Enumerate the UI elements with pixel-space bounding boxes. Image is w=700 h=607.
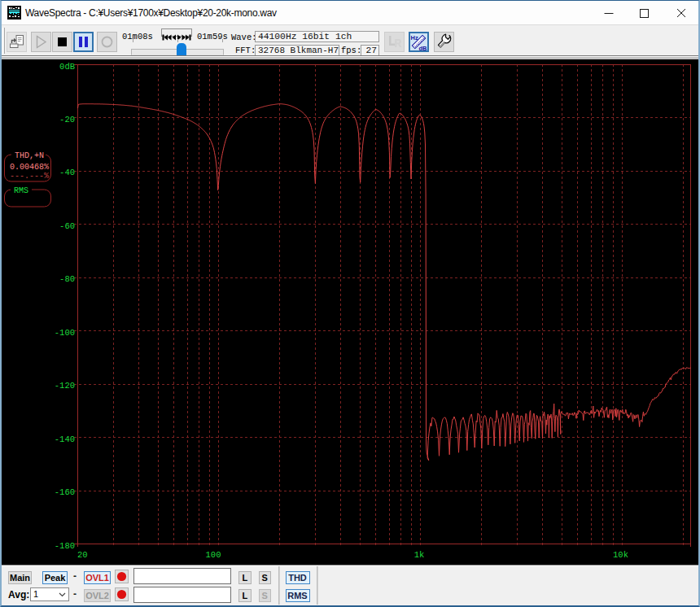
svg-text:0dB: 0dB [59,62,75,72]
svg-text:---.---%: ---.---% [10,172,49,181]
svg-text:-60: -60 [59,221,75,231]
svg-text:10k: 10k [613,550,628,560]
svg-text:Hz: Hz [411,34,418,41]
svg-text:dB: dB [419,45,428,51]
svg-text:100: 100 [206,550,221,560]
svg-text:-100: -100 [55,328,75,338]
svg-text:-40: -40 [59,168,75,177]
svg-text:-140: -140 [55,435,75,444]
svg-text:0.00468%: 0.00468% [10,163,49,172]
svg-text:RMS: RMS [14,186,28,195]
svg-text:-180: -180 [55,541,75,551]
svg-text:-160: -160 [55,487,75,497]
svg-text:THD,+N: THD,+N [15,151,44,160]
svg-text:-80: -80 [59,274,75,284]
svg-text:20: 20 [77,550,88,560]
svg-text:-120: -120 [55,381,75,391]
svg-text:-20: -20 [59,115,75,124]
svg-text:1k: 1k [414,550,425,560]
